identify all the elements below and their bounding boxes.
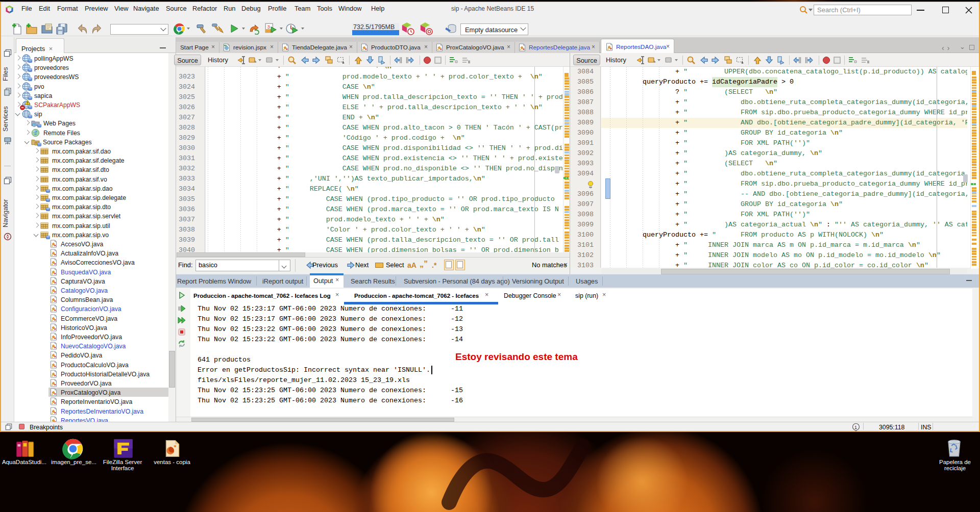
svg-text:1: 1 xyxy=(854,425,857,430)
